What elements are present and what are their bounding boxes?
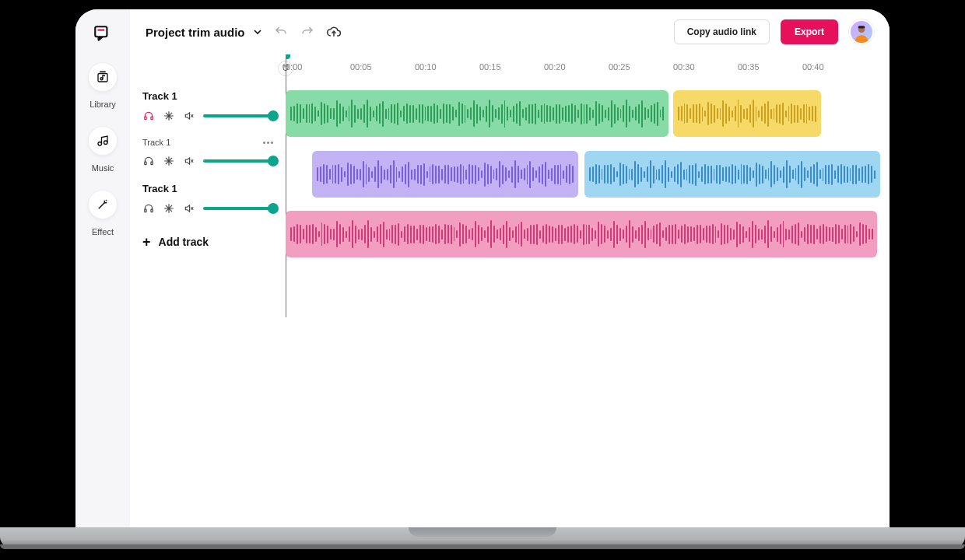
headphones-icon[interactable] <box>142 110 155 122</box>
svg-rect-11 <box>151 162 153 165</box>
cloud-upload-icon <box>326 24 342 40</box>
audio-clip[interactable] <box>673 90 821 137</box>
timeline-editor: Track 1 Track 1 <box>130 54 890 529</box>
headphones-icon[interactable] <box>142 202 155 215</box>
music-icon <box>96 134 110 148</box>
svg-rect-12 <box>145 209 146 212</box>
slider-knob[interactable] <box>268 156 279 166</box>
volume-slider[interactable] <box>203 207 273 210</box>
ruler-tick: 0:00 <box>286 62 302 72</box>
laptop-notch <box>409 527 556 537</box>
sidebar-item-library[interactable] <box>88 62 118 92</box>
waveform <box>589 151 876 198</box>
ruler-tick: 00:10 <box>415 62 437 72</box>
audio-clip[interactable] <box>286 211 877 257</box>
mute-icon[interactable] <box>183 202 195 215</box>
ruler-tick: 00:05 <box>350 62 372 72</box>
export-button[interactable]: Export <box>781 19 838 44</box>
redo-button[interactable] <box>300 24 315 40</box>
audio-clip[interactable] <box>584 151 880 198</box>
waveform <box>290 211 872 257</box>
sidebar-label-library: Library <box>89 100 116 109</box>
mute-icon[interactable] <box>183 110 195 122</box>
waveform <box>290 90 664 137</box>
mute-icon[interactable] <box>183 155 195 167</box>
wand-icon <box>96 198 110 212</box>
track-controls-column: Track 1 Track 1 <box>130 54 286 529</box>
track-controls: Track 1 <box>142 90 273 122</box>
waveform <box>678 90 816 137</box>
track-name[interactable]: Track 1 <box>142 138 170 147</box>
slider-knob[interactable] <box>268 110 279 121</box>
ruler-tick: 00:30 <box>673 62 695 72</box>
ruler-tick: 00:40 <box>802 62 824 72</box>
chevron-down-icon <box>253 27 262 37</box>
plus-icon: + <box>142 235 151 249</box>
sidebar-item-effect[interactable] <box>88 190 118 219</box>
user-avatar[interactable] <box>849 19 874 44</box>
snowflake-icon[interactable] <box>163 202 175 215</box>
svg-rect-8 <box>145 117 146 120</box>
add-track-button[interactable]: +Add track <box>142 235 273 249</box>
slider-knob[interactable] <box>268 203 279 214</box>
svg-rect-13 <box>151 209 153 212</box>
redo-icon <box>300 25 314 39</box>
track-controls: Track 1 <box>142 183 273 215</box>
more-icon[interactable] <box>263 142 273 144</box>
app-logo[interactable] <box>92 23 114 45</box>
volume-slider[interactable] <box>203 159 273 163</box>
ruler-tick: 00:20 <box>544 62 566 72</box>
svg-rect-7 <box>858 26 865 28</box>
svg-point-4 <box>98 142 102 146</box>
copy-link-button[interactable]: Copy audio link <box>674 19 770 44</box>
cloud-upload-button[interactable] <box>326 24 342 40</box>
undo-button[interactable] <box>273 24 289 40</box>
sidebar-label-music: Music <box>92 163 114 173</box>
ruler-tick: 00:15 <box>479 62 501 72</box>
snowflake-icon[interactable] <box>163 155 175 167</box>
undo-icon <box>274 25 288 39</box>
sidebar-rail: Library Music Effect <box>75 9 130 529</box>
sidebar-label-effect: Effect <box>92 227 114 236</box>
top-bar: Project trim audio Copy <box>130 9 890 54</box>
avatar-person-icon <box>851 23 872 43</box>
svg-point-5 <box>104 141 108 145</box>
svg-rect-10 <box>145 162 146 165</box>
track-name[interactable]: Track 1 <box>142 183 177 194</box>
waveform <box>317 151 574 198</box>
project-title: Project trim audio <box>146 26 245 39</box>
svg-rect-1 <box>98 30 105 31</box>
track-controls: Track 1 <box>142 138 273 167</box>
volume-slider[interactable] <box>203 114 273 117</box>
audio-clip[interactable] <box>286 90 668 137</box>
audio-clip[interactable] <box>312 151 578 198</box>
time-ruler[interactable]: 0:0000:0500:1000:1500:2000:2500:3000:350… <box>286 54 890 84</box>
playhead-handle[interactable] <box>286 54 290 59</box>
sidebar-item-music[interactable] <box>88 126 118 156</box>
snowflake-icon[interactable] <box>163 110 175 122</box>
svg-rect-0 <box>95 26 107 37</box>
project-selector[interactable]: Project trim audio <box>146 26 262 39</box>
timeline[interactable]: 0:0000:0500:1000:1500:2000:2500:3000:350… <box>286 54 890 529</box>
headphones-icon[interactable] <box>142 155 155 167</box>
library-icon <box>96 70 110 84</box>
track-name[interactable]: Track 1 <box>142 90 177 102</box>
svg-rect-9 <box>151 117 153 120</box>
ruler-tick: 00:35 <box>738 62 760 72</box>
ruler-tick: 00:25 <box>609 62 630 72</box>
clip-lanes[interactable] <box>286 90 890 529</box>
laptop-frame: Library Music Effect <box>0 0 965 560</box>
